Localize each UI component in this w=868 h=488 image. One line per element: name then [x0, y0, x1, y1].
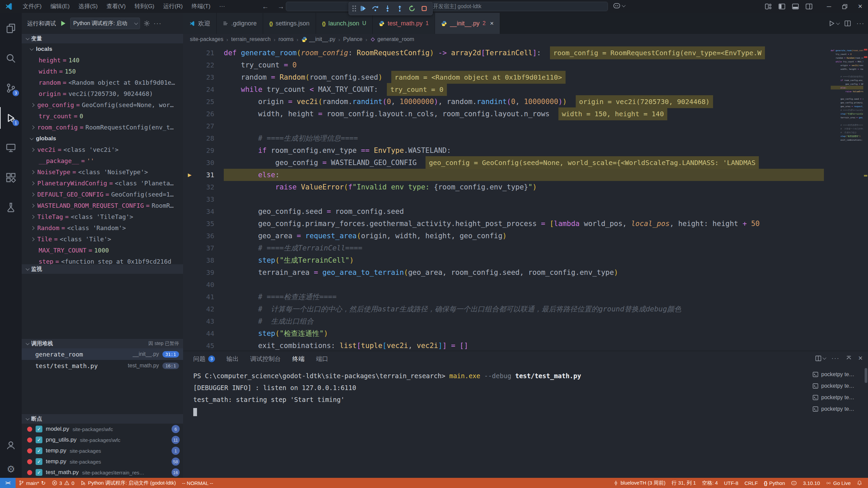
code-line-33[interactable]: 33 [183, 193, 824, 205]
panel-tab-输出[interactable]: 输出 [226, 355, 239, 363]
code-line-38[interactable]: 38 step("生成TerrainCell") [831, 112, 863, 116]
code-line-43[interactable]: 43 # 生成出口组合 [183, 315, 824, 327]
breakpoint-checkbox[interactable]: ✓ [36, 458, 42, 465]
terminal-instance-1[interactable]: pocketpy te… [812, 380, 866, 392]
sidebar-item-source-control[interactable]: 3 [0, 77, 22, 99]
breakpoint-row-1[interactable]: ✓png_utils.pysite-packages\wfc11 [22, 434, 183, 445]
breakpoint-checkbox[interactable]: ✓ [36, 426, 42, 432]
variable-row-Random[interactable]: Random=<class 'Random'> [22, 222, 183, 233]
menu-item-5[interactable]: 运行(R) [159, 0, 187, 13]
panel-tab-问题[interactable]: 问题3 [193, 355, 215, 363]
debug-settings-gear-icon[interactable] [143, 20, 150, 27]
breakpoint-checkbox[interactable]: ✓ [36, 436, 42, 443]
code-line-40[interactable]: 40 [831, 119, 863, 123]
code-line-37[interactable]: 37 # ====生成TerrainCell==== [831, 108, 863, 112]
variable-group-globals[interactable]: globals [22, 133, 183, 144]
nav-forward-button[interactable]: → [278, 3, 284, 11]
sidebar-item-explorer[interactable] [0, 18, 22, 39]
split-editor-icon[interactable] [844, 20, 851, 27]
copilot-button[interactable] [613, 2, 625, 9]
overview-ruler[interactable] [863, 45, 868, 351]
code-line-24[interactable]: 24 while try_count < MAX_TRY_COUNT:try_c… [183, 83, 824, 96]
more-actions-icon[interactable]: ··· [154, 20, 162, 27]
code-line-24[interactable]: 24 while try_count < MAX_TRY_COUNT:try_c… [831, 60, 863, 63]
variable-row-Tile[interactable]: Tile=<class 'Tile'> [22, 233, 183, 245]
code-line-43[interactable]: 43 # 生成出口组合 [831, 130, 863, 134]
debug-continue-button[interactable] [358, 3, 369, 14]
call-stack-section-header[interactable]: 调用堆栈 因 step 已暂停 [22, 339, 183, 348]
breadcrumb-item-terrain_research[interactable]: terrain_research [231, 36, 271, 42]
breadcrumb-item-site-packages[interactable]: site-packages [190, 36, 223, 42]
variable-row-PlanetaryWindConfig[interactable]: PlanetaryWindConfig=<class 'Planeta… [22, 178, 183, 189]
menu-item-4[interactable]: 转到(G) [130, 0, 159, 13]
tab-settings-json[interactable]: {}settings.json [263, 13, 316, 34]
code-line-32[interactable]: 32 raise ValueError(f"Invalid env type: … [831, 89, 863, 93]
debug-step-out-button[interactable] [394, 3, 405, 14]
variable-row-height[interactable]: height=140 [22, 55, 183, 66]
sidebar-item-extensions[interactable] [0, 167, 22, 188]
menu-item-6[interactable]: 终端(T) [187, 0, 215, 13]
code-line-44[interactable]: 44 step("检查连通性") [831, 134, 863, 138]
sidebar-item-run-debug[interactable]: 1 [0, 107, 22, 129]
breakpoint-row-0[interactable]: ✓model.pysite-packages\wfc6 [22, 424, 183, 434]
more-actions-icon[interactable]: ··· [856, 20, 865, 27]
variable-row-NoiseType[interactable]: NoiseType=<class 'NoiseType'> [22, 166, 183, 178]
code-line-23[interactable]: 23 random = Random(room_config.seed)rand… [183, 71, 824, 83]
variables-section-header[interactable]: 变量 [22, 34, 183, 43]
breakpoint-checkbox[interactable]: ✓ [36, 469, 42, 476]
code-line-38[interactable]: 38 step("生成TerrainCell") [183, 254, 824, 266]
menu-item-2[interactable]: 选择(S) [74, 0, 102, 13]
terminal-list-scrollbar[interactable] [865, 368, 867, 383]
code-line-28[interactable]: 28 # ====生成初始地理信息==== [831, 75, 863, 78]
code-line-44[interactable]: 44 step("检查连通性") [183, 327, 824, 340]
code-line-45[interactable]: 45 exit_combinations: list[tuple[vec2i, … [183, 340, 824, 351]
toggle-panel-icon[interactable] [792, 3, 799, 10]
breakpoint-row-2[interactable]: ✓temp.pysite-packages1 [22, 445, 183, 456]
tab-launch-json[interactable]: {}launch.jsonU [316, 13, 373, 34]
code-line-39[interactable]: 39 terrain_area = geo_area_to_terrain(ge… [831, 116, 863, 119]
code-line-42[interactable]: 42 # 计算每一个出口的中心，然后使用astar生成路径，确保每一个出口组合都… [183, 303, 824, 315]
sidebar-item-remote-explorer[interactable] [0, 137, 22, 159]
indentation-item[interactable]: 空格: 4 [699, 478, 721, 488]
code-line-21[interactable]: 21def generate_room(room_config: RoomReq… [183, 47, 824, 59]
breakpoint-checkbox[interactable]: ✓ [36, 447, 42, 454]
code-line-30[interactable]: 30 geo_config = WASTELAND_GEO_CONFIGgeo_… [183, 157, 824, 169]
code-line-32[interactable]: 32 raise ValueError(f"Invalid env type: … [183, 181, 824, 193]
code-line-28[interactable]: 28 # ====生成初始地理信息==== [183, 132, 824, 144]
eol-item[interactable]: CRLF [742, 478, 761, 488]
toggle-secondary-sidebar-icon[interactable] [806, 3, 812, 10]
code-line-33[interactable]: 33 [831, 93, 863, 97]
code-line-34[interactable]: 34 geo_config.seed = room_config.seed [183, 205, 824, 218]
variable-row-vec2i[interactable]: vec2i=<class 'vec2i'> [22, 144, 183, 155]
code-line-26[interactable]: 26 width, height = room_config.layout.n_… [831, 67, 863, 71]
debug-session-item[interactable]: Python 调试程序: 启动文件 (godot-ldtk) [77, 478, 179, 488]
variable-row-room_config[interactable]: room_config=RoomRequestConfig(env_t… [22, 122, 183, 133]
code-line-25[interactable]: 25 origin = vec2i(random.randint(0, 1000… [183, 96, 824, 108]
code-line-22[interactable]: 22 try_count = 0 [831, 52, 863, 56]
code-line-30[interactable]: 30 geo_config = WASTELAND_GEO_CONFIGgeo_… [831, 82, 863, 86]
terminal-instance-0[interactable]: pocketpy te… [812, 369, 866, 380]
tab-__init__-py[interactable]: __init__.py2× [435, 13, 500, 34]
maximize-panel-icon[interactable] [846, 355, 852, 362]
panel-tab-端口[interactable]: 端口 [316, 355, 328, 363]
code-line-37[interactable]: 37 # ====生成TerrainCell==== [183, 242, 824, 254]
terminal-split-button[interactable] [815, 355, 825, 362]
menu-item-0[interactable]: 文件(F) [18, 0, 46, 13]
variable-row-width[interactable]: width=150 [22, 66, 183, 77]
code-line-39[interactable]: 39 terrain_area = geo_area_to_terrain(ge… [183, 266, 824, 279]
restore-button[interactable] [837, 0, 852, 13]
tab--gdignore[interactable]: .gdignore [217, 13, 263, 34]
terminal-instance-2[interactable]: pocketpy te… [812, 392, 866, 403]
breadcrumb-item-generate_room[interactable]: generate_room [370, 36, 414, 42]
debug-stop-button[interactable] [419, 3, 430, 14]
code-line-36[interactable]: 36 geo_area = request_area(origin, width… [183, 230, 824, 242]
breakpoint-row-4[interactable]: ✓test_math.pysite-packages\terrain_res…1… [22, 467, 183, 478]
command-center-search[interactable]: [扩展开发宿主] godot-ldtk [286, 2, 608, 11]
breakpoint-row-3[interactable]: ✓temp.pysite-packages58 [22, 456, 183, 467]
close-window-button[interactable]: × [852, 0, 868, 13]
code-line-34[interactable]: 34 geo_config.seed = room_config.seed [831, 97, 863, 101]
copilot-status-item[interactable] [788, 478, 800, 488]
code-line-31[interactable]: 31 else: [831, 86, 863, 89]
code-line-40[interactable]: 40 [183, 279, 824, 291]
variable-group-locals[interactable]: locals [22, 43, 183, 55]
